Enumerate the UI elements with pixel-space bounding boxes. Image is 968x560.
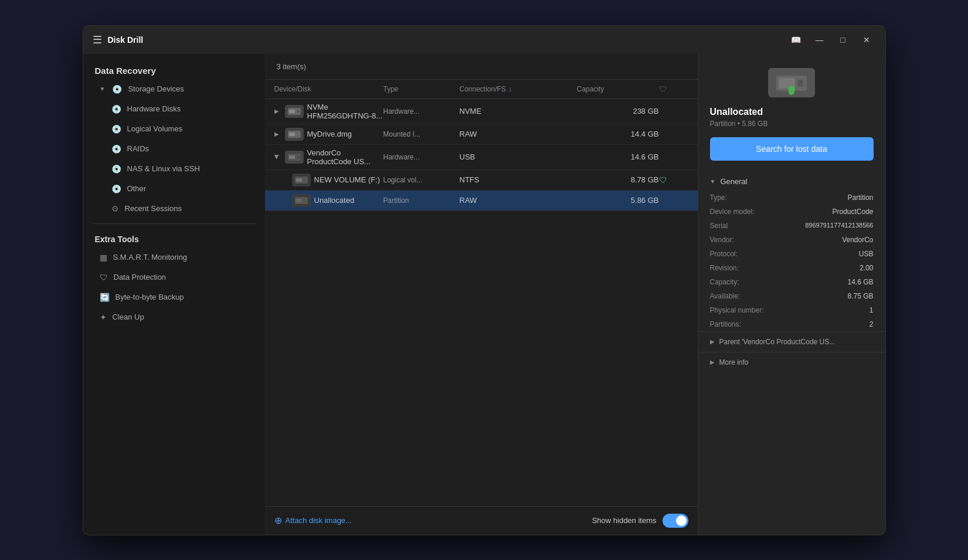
col-device[interactable]: Device/Disk — [274, 84, 383, 94]
capacity-value: 8.78 GB — [631, 175, 659, 184]
svg-point-2 — [297, 110, 300, 113]
cell-connection: NVME — [460, 107, 577, 116]
table-row[interactable]: NEW VOLUME (F:) Logical vol... NTFS 8.78… — [265, 170, 698, 191]
capacity-value: 14.4 GB — [631, 130, 659, 138]
device-name: NVMe HFM256GDHTNG-8... — [307, 103, 383, 120]
revision-value: 2.00 — [860, 264, 873, 272]
cell-type: Logical vol... — [383, 176, 460, 184]
sidebar-item-nas-linux[interactable]: 💿 NAS & Linux via SSH — [88, 159, 260, 178]
raids-icon: 💿 — [111, 144, 121, 154]
table-row[interactable]: ▶ VendorCo ProductCode US... Hardware...… — [265, 145, 698, 170]
svg-rect-4 — [289, 133, 295, 136]
col-type[interactable]: Type — [383, 84, 460, 94]
clean-up-label: Clean Up — [113, 313, 144, 321]
data-protection-icon: 🛡 — [100, 273, 108, 282]
svg-point-7 — [297, 156, 300, 158]
disk-icon — [292, 174, 311, 186]
cell-device: NEW VOLUME (F:) — [274, 174, 383, 186]
type-value: Partition — [383, 196, 409, 205]
other-label: Other — [127, 184, 147, 193]
col-capacity-label: Capacity — [577, 85, 604, 93]
sidebar-item-raids[interactable]: 💿 RAIDs — [88, 140, 260, 158]
cell-type: Partition — [383, 196, 460, 205]
col-capacity[interactable]: Capacity — [577, 84, 659, 94]
bottom-bar: ⊕ Attach disk image... Show hidden items — [265, 506, 698, 535]
logical-volumes-label: Logical Volumes — [127, 124, 183, 133]
table-header: Device/Disk Type Connection/FS ↓ Capacit… — [265, 80, 698, 99]
maximize-button[interactable]: □ — [834, 30, 852, 49]
col-connection[interactable]: Connection/FS ↓ — [460, 84, 577, 94]
sidebar-item-hardware-disks[interactable]: 💿 Hardware Disks — [88, 100, 260, 118]
col-shield: 🛡 — [659, 84, 688, 94]
byte-to-byte-label: Byte-to-byte Backup — [116, 293, 184, 301]
hardware-disks-label: Hardware Disks — [127, 104, 181, 113]
sidebar-item-storage-devices[interactable]: ▼ 💿 Storage Devices — [88, 80, 260, 99]
recent-sessions-label: Recent Sessions — [125, 204, 182, 213]
svg-rect-14 — [797, 80, 803, 87]
parent-section-label: Parent 'VendorCo ProductCode US... — [719, 338, 835, 346]
data-recovery-label: Data Recovery — [83, 61, 265, 79]
panel-device-title: Unallocated — [698, 107, 885, 120]
sidebar-item-smart-monitoring[interactable]: ▦ S.M.A.R.T. Monitoring — [88, 248, 260, 267]
sidebar-item-clean-up[interactable]: ✦ Clean Up — [88, 308, 260, 327]
cell-device: ▶ NVMe HFM256GDHTNG-8... — [274, 103, 383, 120]
partitions-value: 2 — [869, 320, 874, 328]
col-device-label: Device/Disk — [274, 85, 311, 93]
sidebar-item-recent-sessions[interactable]: ⚙ Recent Sessions — [88, 199, 260, 218]
attach-disk-image-link[interactable]: ⊕ Attach disk image... — [274, 515, 352, 526]
sidebar-item-data-protection[interactable]: 🛡 Data Protection — [88, 268, 260, 287]
shield-header-icon: 🛡 — [659, 84, 667, 94]
connection-value: NVME — [460, 107, 482, 116]
device-icon-area — [698, 54, 885, 107]
close-button[interactable]: ✕ — [857, 30, 876, 49]
type-value: Partition — [847, 194, 873, 202]
vendor-value: VendorCo — [842, 236, 873, 244]
partitions-label: Partitions: — [710, 320, 741, 328]
device-image — [768, 68, 815, 97]
general-section-header[interactable]: ▼ General — [698, 172, 885, 191]
hamburger-icon[interactable]: ☰ — [93, 33, 102, 46]
item-count: 3 item(s) — [277, 62, 307, 71]
hardware-disks-icon: 💿 — [111, 104, 121, 114]
cell-capacity: 8.78 GB — [577, 175, 659, 184]
cell-capacity: 238 GB — [577, 107, 659, 116]
info-protocol-row: Protocol: USB — [698, 247, 885, 261]
sidebar-item-other[interactable]: 💿 Other — [88, 179, 260, 198]
parent-section[interactable]: ▶ Parent 'VendorCo ProductCode US... — [698, 331, 885, 352]
search-lost-data-button[interactable]: Search for lost data — [710, 137, 874, 161]
nas-linux-icon: 💿 — [111, 164, 121, 174]
connection-value: RAW — [460, 196, 477, 205]
recent-sessions-icon: ⚙ — [111, 204, 119, 213]
other-icon: 💿 — [111, 184, 121, 194]
row-expand-icon: ▶ — [273, 155, 280, 159]
attach-disk-label: Attach disk image... — [286, 516, 352, 525]
info-device-model-row: Device model: ProductCode — [698, 205, 885, 219]
nas-linux-label: NAS & Linux via SSH — [127, 164, 200, 173]
info-partitions-row: Partitions: 2 — [698, 317, 885, 331]
protocol-value: USB — [859, 250, 874, 258]
table-row[interactable]: ▶ NVMe HFM256GDHTNG-8... Hardware... NVM… — [265, 99, 698, 124]
sidebar-item-byte-to-byte[interactable]: 🔄 Byte-to-byte Backup — [88, 288, 260, 307]
table-row[interactable]: ▶ MyDrive.dmg Mounted I... RAW 14.4 GB — [265, 124, 698, 145]
device-table: Device/Disk Type Connection/FS ↓ Capacit… — [265, 80, 698, 506]
table-row[interactable]: Unallocated Partition RAW 5.86 GB — [265, 191, 698, 211]
expand-icon: ▼ — [100, 86, 106, 92]
storage-devices-icon: 💿 — [112, 84, 122, 94]
cell-capacity: 14.4 GB — [577, 130, 659, 138]
panel-device-subtitle: Partition • 5.86 GB — [698, 120, 885, 137]
content-header: 3 item(s) — [265, 54, 698, 80]
app-window: ☰ Disk Drill 📖 — □ ✕ Data Recovery ▼ 💿 S… — [83, 25, 886, 535]
general-section-label: General — [720, 177, 747, 186]
main-layout: Data Recovery ▼ 💿 Storage Devices 💿 Hard… — [83, 54, 885, 535]
more-info-section[interactable]: ▶ More info — [698, 352, 885, 372]
shield-badge-icon: 🛡 — [659, 175, 667, 185]
minimize-button[interactable]: — — [810, 30, 829, 49]
sidebar-item-logical-volumes[interactable]: 💿 Logical Volumes — [88, 120, 260, 138]
capacity-value: 5.86 GB — [631, 196, 659, 205]
disk-icon — [285, 128, 304, 141]
show-hidden-toggle[interactable] — [663, 514, 688, 528]
book-button[interactable]: 📖 — [787, 30, 806, 49]
cell-shield: 🛡 — [659, 175, 688, 185]
disk-icon — [285, 105, 304, 118]
cell-connection: USB — [460, 152, 577, 161]
